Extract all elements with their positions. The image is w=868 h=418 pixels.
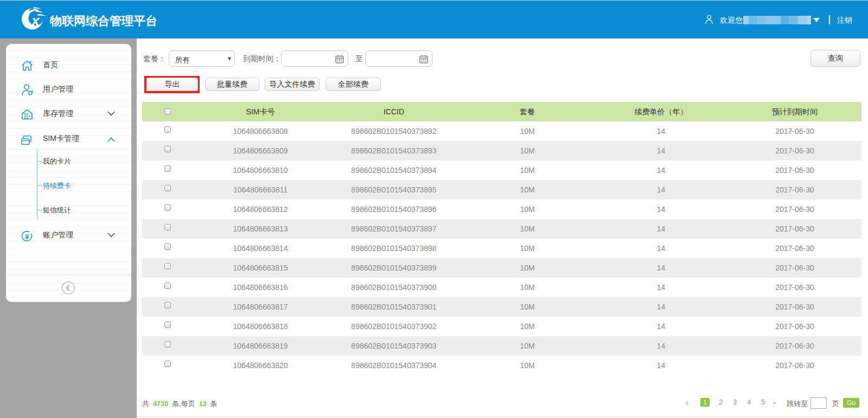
- svg-text:x: x: [30, 12, 40, 29]
- svg-text:¥: ¥: [25, 233, 29, 241]
